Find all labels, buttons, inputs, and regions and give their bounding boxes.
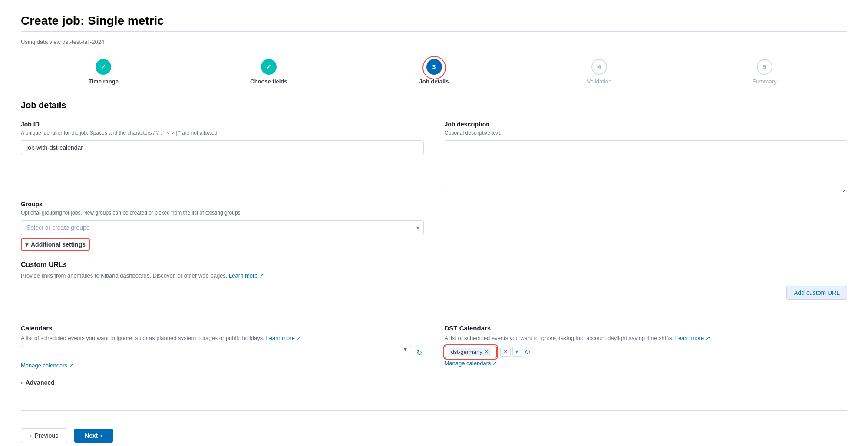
step-label-2: Choose fields	[250, 78, 287, 85]
step-circle-2: ✓	[261, 59, 277, 75]
step-choose-fields: ✓ Choose fields	[186, 59, 352, 85]
step-circle-3: 3	[426, 59, 442, 75]
step-label-4: Validation	[587, 78, 611, 85]
step-label-3: Job details	[419, 78, 449, 85]
job-details-title: Job details	[21, 100, 847, 110]
job-id-input[interactable]	[21, 140, 424, 155]
prev-chevron-icon: ‹	[30, 432, 32, 439]
job-id-field: Job ID A unique identifier for the job. …	[21, 121, 424, 194]
job-description-field: Job description Optional descriptive tex…	[445, 121, 848, 194]
advanced-label: Advanced	[26, 379, 55, 386]
manage-calendars-external-icon: ↗	[69, 362, 74, 369]
step-label-1: Time range	[89, 78, 119, 85]
calendars-refresh-button[interactable]: ↻	[415, 347, 424, 359]
step-circle-4: 4	[591, 59, 607, 75]
groups-field: Groups Optional grouping for jobs. New g…	[21, 201, 424, 235]
dst-chevron-button[interactable]: ▾	[512, 347, 521, 357]
advanced-toggle[interactable]: › Advanced	[21, 379, 55, 386]
dst-calendars-description: A list of scheduled events you want to i…	[445, 334, 848, 342]
calendars-learn-more[interactable]: Learn more ↗	[266, 335, 301, 341]
next-button[interactable]: Next ›	[74, 429, 113, 443]
dst-calendars-field: DST Calendars A list of scheduled events…	[445, 324, 848, 369]
dst-tag-close-button[interactable]: ✕	[484, 349, 488, 355]
footer-bar: ‹ Previous Next ›	[21, 421, 847, 443]
step-time-range: ✓ Time range	[21, 59, 186, 85]
groups-select-wrapper: Select or create groups ▾	[21, 220, 424, 235]
previous-button[interactable]: ‹ Previous	[21, 428, 67, 443]
additional-settings-label: Additional settings	[31, 241, 86, 248]
step-job-details: 3 Job details	[351, 59, 517, 85]
custom-urls-learn-more[interactable]: Learn more ↗	[229, 272, 264, 279]
dst-calendars-manage-link[interactable]: Manage calendars ↗	[445, 360, 498, 367]
step-circle-5: 5	[757, 59, 772, 75]
step-summary: 5 Summary	[682, 59, 847, 85]
calendars-section: Calendars A list of scheduled events you…	[21, 324, 847, 369]
dst-calendars-title: DST Calendars	[445, 324, 848, 332]
dst-manage-calendars-external-icon: ↗	[492, 360, 497, 367]
calendars-title: Calendars	[21, 324, 424, 332]
additional-settings-chevron-icon: ▾	[25, 241, 28, 248]
next-chevron-icon: ›	[101, 432, 103, 439]
data-view-label: Using data view dst-test-fall-2024	[21, 39, 847, 45]
groups-label: Groups	[21, 201, 424, 208]
step-validation: 4 Validation	[517, 59, 682, 85]
advanced-chevron-icon: ›	[21, 379, 23, 386]
additional-settings-toggle[interactable]: ▾ Additional settings	[21, 238, 90, 251]
job-description-label: Job description	[445, 121, 848, 128]
calendars-field: Calendars A list of scheduled events you…	[21, 324, 424, 369]
add-custom-url-button[interactable]: Add custom URL	[786, 286, 847, 300]
groups-description: Optional grouping for jobs. New groups c…	[21, 209, 424, 217]
dst-refresh-button[interactable]: ↻	[523, 346, 532, 358]
dst-tag-field[interactable]: dst-germany ✕	[445, 346, 497, 358]
calendar-select-wrapper: ▾	[21, 346, 411, 360]
calendars-manage-link[interactable]: Manage calendars ↗	[21, 362, 74, 369]
job-id-description: A unique identifier for the job. Spaces …	[21, 129, 424, 137]
page-title: Create job: Single metric	[21, 14, 847, 28]
stepper: ✓ Time range ✓ Choose fields 3 Job detai…	[21, 59, 847, 85]
dst-calendars-learn-more[interactable]: Learn more ↗	[675, 335, 710, 341]
job-description-textarea[interactable]	[445, 140, 848, 192]
job-id-label: Job ID	[21, 121, 424, 128]
custom-urls-section: Custom URLs Provide links from anomalies…	[21, 261, 847, 300]
dst-germany-tag: dst-germany ✕	[449, 348, 491, 356]
step-label-5: Summary	[752, 78, 777, 85]
calendars-description: A list of scheduled events you want to i…	[21, 334, 424, 342]
custom-urls-description: Provide links from anomalies to Kibana d…	[21, 272, 847, 279]
dst-clear-button[interactable]: ✕	[500, 347, 511, 357]
groups-select[interactable]: Select or create groups	[21, 220, 424, 235]
calendars-select[interactable]	[21, 346, 411, 360]
step-circle-1: ✓	[96, 59, 111, 75]
job-description-desc: Optional descriptive text.	[445, 129, 848, 137]
custom-urls-title: Custom URLs	[21, 261, 847, 269]
